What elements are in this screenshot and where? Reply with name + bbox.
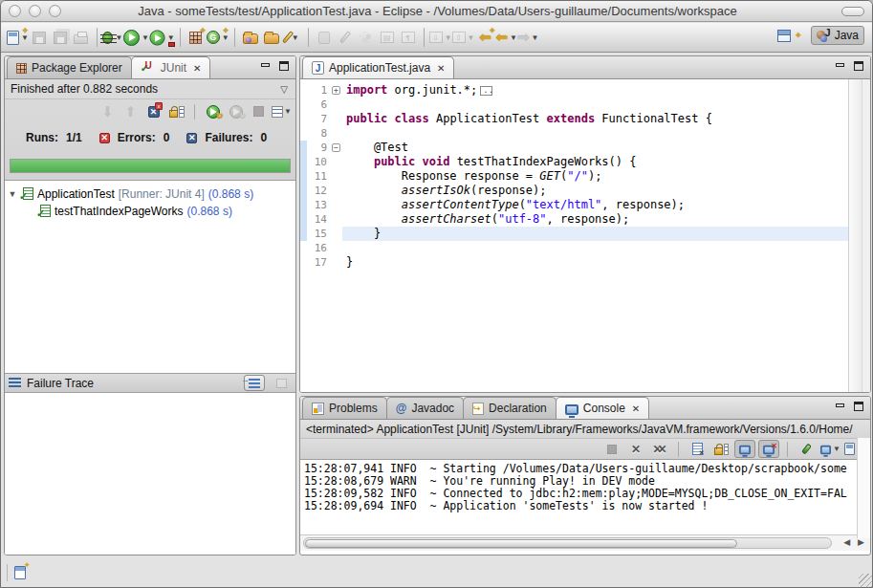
new-task-button[interactable] <box>314 26 335 49</box>
maximize-console-button[interactable] <box>853 402 864 412</box>
filter-stack-trace-button[interactable] <box>244 375 265 391</box>
forward-button[interactable]: ➡▼ <box>517 26 539 49</box>
view-menu-icon[interactable]: ▽ <box>280 84 288 95</box>
code-line[interactable]: 6 <box>300 98 848 112</box>
rerun-test-button[interactable]: ↻ <box>203 102 223 121</box>
editor-vertical-scrollbar[interactable] <box>848 79 862 392</box>
junit-header: Finished after 0.882 seconds ▽ ⬇ ⬆ ✕x ↻ … <box>5 79 295 181</box>
code-line[interactable]: 7public class ApplicationTest extends Fu… <box>300 112 848 126</box>
code-line[interactable]: 9− @Test <box>300 141 848 155</box>
maximize-view-button[interactable] <box>278 61 290 72</box>
mark-occurrences-button[interactable]: ▼ <box>282 26 303 49</box>
show-source-button[interactable]: ▤ <box>377 26 398 49</box>
toolbar-toggle-button[interactable] <box>841 7 864 16</box>
minimize-window-button[interactable] <box>29 5 41 17</box>
last-edit-location-button[interactable]: ⬅✦ <box>475 26 496 49</box>
previous-failure-button[interactable]: ⬆ <box>120 102 141 121</box>
close-editor-tab-icon[interactable]: ✕ <box>437 63 445 74</box>
code-line[interactable]: 11 Response response = GET("/"); <box>300 169 848 184</box>
remove-all-terminated-button[interactable]: ✕✕ <box>649 440 670 458</box>
save-button[interactable] <box>29 26 50 49</box>
show-javadoc-button[interactable]: ¶ <box>398 26 419 49</box>
clear-console-button[interactable] <box>687 440 708 458</box>
editor-overview-ruler[interactable] <box>862 79 870 392</box>
tree-row-suite[interactable]: ▼ ✓ ApplicationTest [Runner: JUnit 4] (0… <box>5 185 295 203</box>
code-line[interactable]: 13 assertContentType("text/html", respon… <box>300 198 848 212</box>
close-junit-tab-icon[interactable]: ✕ <box>193 63 201 74</box>
new-module-button[interactable]: G✦▼ <box>207 26 229 49</box>
print-button[interactable] <box>71 26 92 49</box>
java-perspective-button[interactable]: J Java <box>811 26 864 45</box>
open-type-button[interactable] <box>240 26 261 49</box>
console-vertical-scrollbar[interactable] <box>857 438 870 538</box>
tab-package-explorer[interactable]: Package Explorer <box>7 56 132 78</box>
console-output[interactable]: 15:28:07,941 INFO ~ Starting /Volumes/Da… <box>300 460 870 534</box>
zoom-window-button[interactable] <box>49 5 61 17</box>
maximize-editor-button[interactable] <box>853 61 864 72</box>
show-stderr-button[interactable]: ✕ <box>758 440 779 458</box>
previous-annotation-button[interactable]: ⇧▼ <box>452 26 475 49</box>
tab-junit[interactable]: ✓U JUnit ✕ <box>131 56 211 78</box>
declaration-icon <box>472 403 484 415</box>
back-button[interactable]: ⬅▼ <box>496 26 518 49</box>
rerun-failed-first-button[interactable]: ↻ <box>226 102 246 121</box>
scroll-left-icon[interactable]: ◀ <box>843 537 850 547</box>
editor-code-lines[interactable]: 1+import org.junit.*;67public class Appl… <box>300 79 848 392</box>
minimize-editor-button[interactable] <box>834 61 845 72</box>
display-selected-console-button[interactable]: ▼ <box>819 440 840 458</box>
pin-console-button[interactable] <box>796 440 817 458</box>
compare-result-button[interactable] <box>271 375 292 391</box>
minimize-console-button[interactable] <box>834 402 845 412</box>
code-line[interactable]: 1+import org.junit.*; <box>300 83 848 98</box>
annotate-button[interactable] <box>335 26 356 49</box>
failure-trace-area[interactable] <box>5 394 295 555</box>
close-window-button[interactable] <box>9 5 21 17</box>
minimize-view-button[interactable] <box>259 61 271 72</box>
code-line[interactable]: 14 assertCharset("utf-8", response); <box>300 212 848 227</box>
save-all-button[interactable] <box>50 26 71 49</box>
new-java-project-button[interactable]: ✦ <box>186 26 207 49</box>
tab-declaration[interactable]: Declaration <box>463 397 557 419</box>
show-stdout-button[interactable] <box>734 440 755 458</box>
code-line[interactable]: 16 <box>300 241 848 255</box>
remove-launch-button[interactable]: ✕ <box>625 440 646 458</box>
new-wizard-button[interactable]: ✦▼ <box>7 26 29 49</box>
stop-test-button[interactable] <box>249 102 269 121</box>
show-skipped-tests-button[interactable] <box>166 102 186 121</box>
scroll-right-icon[interactable]: ▶ <box>858 537 864 547</box>
failures-icon: ✕ <box>186 133 197 143</box>
open-perspective-button[interactable]: ✦ <box>773 28 807 44</box>
collapse-icon[interactable]: ▼ <box>5 189 20 199</box>
tab-console[interactable]: Console ✕ <box>556 397 649 419</box>
tab-applicationtest-java[interactable]: J ApplicationTest.java ✕ <box>302 56 454 78</box>
show-failures-only-button[interactable]: ✕x <box>143 102 164 121</box>
console-horizontal-scrollbar[interactable]: ◀ ▶ <box>300 534 870 551</box>
scroll-lock-button[interactable] <box>710 440 731 458</box>
terminate-button[interactable] <box>601 440 622 458</box>
close-console-tab-icon[interactable]: ✕ <box>632 403 640 414</box>
tab-problems[interactable]: Problems <box>302 397 387 419</box>
open-resource-button[interactable] <box>261 26 282 49</box>
test-results-tree[interactable]: ▼ ✓ ApplicationTest [Runner: JUnit 4] (0… <box>5 181 295 373</box>
tree-row-test[interactable]: ✓ testThatIndexPageWorks (0.868 s) <box>5 203 295 220</box>
code-line[interactable]: 10 public void testThatIndexPageWorks() … <box>300 155 848 169</box>
debug-button[interactable]: ▼ <box>102 26 123 49</box>
external-tools-run-button[interactable]: ▼ <box>149 26 175 49</box>
code-line[interactable]: 8 <box>300 126 848 141</box>
test-run-history-button[interactable]: ▼ <box>272 102 292 121</box>
code-line[interactable]: 12 assertIsOk(response); <box>300 184 848 198</box>
run-button[interactable]: ▼ <box>123 26 149 49</box>
bottom-panel-tabbar: Problems @ Javadoc Declaration Console ✕ <box>300 397 870 420</box>
tab-javadoc[interactable]: @ Javadoc <box>386 397 464 419</box>
hscroll-thumb[interactable] <box>305 539 737 548</box>
errors-icon: ✕ <box>99 133 110 143</box>
code-line[interactable]: 15 } <box>300 227 848 241</box>
resize-grip[interactable] <box>859 574 872 587</box>
title-bar[interactable]: Java - someTests/test/ApplicationTest.ja… <box>1 1 873 22</box>
next-failure-button[interactable]: ⬇ <box>98 102 118 121</box>
junit-icon: ✓U <box>141 62 152 74</box>
team-sync-button[interactable] <box>356 26 377 49</box>
next-annotation-button[interactable]: ⇩▼ <box>429 26 452 49</box>
fast-view-icon[interactable] <box>14 566 26 579</box>
code-line[interactable]: 17} <box>300 255 848 270</box>
